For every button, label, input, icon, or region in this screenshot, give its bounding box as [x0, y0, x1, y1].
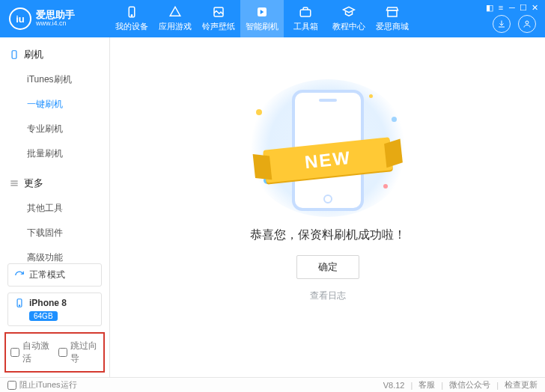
download-button[interactable]	[493, 15, 511, 33]
topnav-ringtones[interactable]: 铃声壁纸	[197, 0, 240, 37]
refresh-icon	[14, 270, 25, 281]
maximize-icon[interactable]: ☐	[519, 3, 528, 12]
store-icon	[386, 5, 399, 19]
phone-small-icon	[14, 298, 25, 308]
tutorials-icon	[342, 5, 356, 19]
mode-box[interactable]: 正常模式	[7, 263, 102, 287]
device-icon	[9, 49, 19, 60]
svg-point-5	[526, 21, 529, 24]
wechat-link[interactable]: 微信公众号	[449, 379, 490, 391]
more-icon	[9, 178, 19, 189]
sidebar-item-onekey-flash[interactable]: 一键刷机	[0, 92, 109, 117]
svg-rect-4	[300, 10, 311, 16]
download-icon	[497, 19, 506, 28]
profile-button[interactable]	[518, 15, 536, 33]
svg-point-11	[19, 305, 19, 306]
topnav-apps[interactable]: 应用游戏	[153, 0, 197, 37]
sidebar-item-batch-flash[interactable]: 批量刷机	[0, 141, 109, 166]
wallpaper-icon	[212, 5, 225, 19]
brand-name: 爱思助手	[36, 10, 75, 20]
check-update-link[interactable]: 检查更新	[505, 379, 538, 391]
sidebar-item-other-tools[interactable]: 其他工具	[0, 196, 109, 221]
sidebar: 刷机 iTunes刷机 一键刷机 专业刷机 批量刷机 更多 其他工具 下载固件 …	[0, 37, 110, 377]
svg-rect-6	[12, 51, 16, 59]
minimize-icon[interactable]: ─	[508, 3, 517, 12]
topnav-my-device[interactable]: 我的设备	[110, 0, 153, 37]
logo-icon: iu	[9, 7, 31, 30]
checkbox-auto-activate[interactable]: 自动激活	[10, 340, 51, 365]
success-illustration: NEW	[246, 79, 410, 217]
statusbar: 阻止iTunes运行 V8.12 | 客服 | 微信公众号 | 检查更新	[0, 377, 545, 392]
sidebar-item-advanced[interactable]: 高级功能	[0, 245, 109, 263]
topnav-flash[interactable]: 智能刷机	[240, 0, 284, 37]
sidebar-item-itunes-flash[interactable]: iTunes刷机	[0, 67, 109, 92]
topnav-toolbox[interactable]: 工具箱	[284, 0, 327, 37]
group-header-more[interactable]: 更多	[0, 172, 109, 195]
version-label: V8.12	[383, 381, 405, 390]
group-header-flash[interactable]: 刷机	[0, 43, 109, 66]
skin-icon[interactable]: ◧	[485, 3, 494, 12]
toolbox-icon	[299, 5, 312, 19]
logo-area: iu 爱思助手 www.i4.cn	[0, 0, 110, 37]
checkbox-skip-setup[interactable]: 跳过向导	[58, 340, 99, 365]
view-log-link[interactable]: 查看日志	[310, 290, 346, 302]
device-box[interactable]: iPhone 8 64GB	[7, 293, 102, 326]
titlebar: iu 爱思助手 www.i4.cn 我的设备 应用游戏 铃声壁纸 智能刷机 工具…	[0, 0, 545, 37]
apps-icon	[168, 5, 182, 19]
phone-icon	[125, 5, 138, 19]
storage-badge: 64GB	[29, 311, 58, 321]
checkbox-block-itunes[interactable]: 阻止iTunes运行	[7, 379, 77, 391]
brand-site: www.i4.cn	[36, 20, 75, 28]
ok-button[interactable]: 确定	[296, 255, 359, 279]
sidebar-item-download-firmware[interactable]: 下载固件	[0, 221, 109, 245]
menu-icon[interactable]: ≡	[496, 3, 505, 12]
highlighted-options: 自动激活 跳过向导	[4, 332, 105, 373]
support-link[interactable]: 客服	[418, 379, 435, 391]
topnav-tutorials[interactable]: 教程中心	[327, 0, 371, 37]
user-icon	[523, 19, 532, 28]
flash-icon	[255, 5, 269, 19]
close-icon[interactable]: ✕	[530, 3, 539, 12]
svg-point-1	[131, 15, 133, 16]
success-message: 恭喜您，保资料刷机成功啦！	[110, 227, 545, 243]
topnav-store[interactable]: 爱思商城	[371, 0, 414, 37]
main-content: NEW 恭喜您，保资料刷机成功啦！ 确定 查看日志	[110, 37, 545, 377]
top-nav: 我的设备 应用游戏 铃声壁纸 智能刷机 工具箱 教程中心 爱思商城	[110, 0, 485, 37]
sidebar-item-pro-flash[interactable]: 专业刷机	[0, 117, 109, 141]
